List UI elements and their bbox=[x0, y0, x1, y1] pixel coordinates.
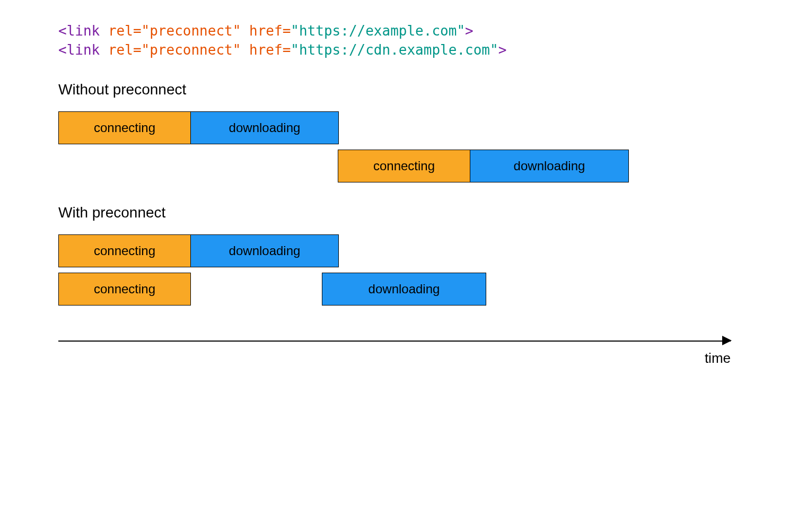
connecting-bar: connecting bbox=[338, 150, 470, 182]
timeline-row: connectingdownloading bbox=[58, 234, 731, 271]
code-line-2: <link rel="preconnect" href="https://cdn… bbox=[58, 40, 731, 59]
timeline-with: connectingdownloadingconnectingdownloadi… bbox=[58, 234, 731, 309]
downloading-bar: downloading bbox=[322, 273, 486, 306]
downloading-bar: downloading bbox=[190, 111, 339, 144]
timeline-without: connectingdownloadingconnectingdownloadi… bbox=[58, 111, 731, 186]
axis-label: time bbox=[705, 350, 731, 367]
timeline-row: connectingdownloading bbox=[58, 273, 731, 309]
timeline-row: connectingdownloading bbox=[58, 150, 731, 186]
timeline-row: connectingdownloading bbox=[58, 111, 731, 147]
code-snippet: <link rel="preconnect" href="https://exa… bbox=[58, 21, 731, 60]
connecting-bar: connecting bbox=[58, 111, 191, 144]
time-axis: time bbox=[58, 335, 731, 367]
without-preconnect-title: Without preconnect bbox=[58, 81, 731, 98]
code-line-1: <link rel="preconnect" href="https://exa… bbox=[58, 21, 731, 40]
axis-arrow-icon bbox=[722, 336, 732, 345]
connecting-bar: connecting bbox=[58, 234, 191, 267]
downloading-bar: downloading bbox=[190, 234, 339, 267]
connecting-bar: connecting bbox=[58, 273, 191, 306]
downloading-bar: downloading bbox=[470, 150, 629, 182]
with-preconnect-title: With preconnect bbox=[58, 204, 731, 221]
axis-line bbox=[58, 341, 731, 342]
